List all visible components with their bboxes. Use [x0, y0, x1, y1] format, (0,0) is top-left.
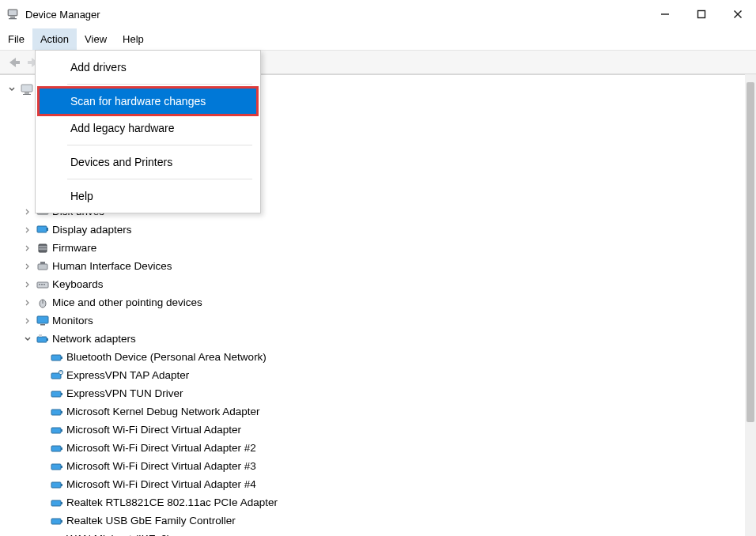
tree-label: WAN Miniport (IKEv2) — [66, 533, 171, 536]
mouse-icon — [36, 296, 49, 309]
expand-icon[interactable] — [22, 208, 33, 216]
svg-rect-22 — [38, 264, 47, 270]
svg-rect-45 — [51, 446, 61, 451]
tree-item-wan-ikev2[interactable]: WAN Miniport (IKEv2) — [5, 530, 756, 536]
computer-icon — [21, 83, 33, 96]
tree-label: Network adapters — [52, 333, 136, 345]
network-adapter-icon — [51, 387, 63, 400]
svg-rect-44 — [61, 429, 62, 432]
svg-rect-19 — [39, 244, 47, 252]
tree-label: ExpressVPN TAP Adapter — [66, 369, 189, 381]
svg-rect-36 — [61, 357, 62, 359]
tree-label: Realtek USB GbE Family Controller — [66, 515, 236, 527]
expand-icon[interactable] — [22, 226, 33, 234]
action-scan-hardware-changes[interactable]: Scan for hardware changes — [39, 88, 257, 115]
network-adapter-icon — [51, 515, 63, 527]
svg-rect-17 — [37, 226, 47, 232]
network-adapter-icon — [51, 369, 63, 382]
tree-category-firmware[interactable]: Firmware — [5, 239, 756, 257]
tree-label: Bluetooth Device (Personal Area Network) — [66, 351, 266, 363]
network-adapter-icon — [51, 424, 63, 436]
maximize-button[interactable] — [683, 2, 720, 27]
expand-icon[interactable] — [22, 281, 33, 289]
app-icon — [6, 8, 19, 21]
expand-icon[interactable] — [22, 299, 33, 307]
expand-icon[interactable] — [6, 85, 17, 93]
menu-action[interactable]: Action — [32, 28, 77, 50]
svg-rect-43 — [51, 428, 61, 433]
collapse-icon[interactable] — [22, 335, 33, 343]
expand-icon[interactable] — [22, 244, 33, 252]
svg-rect-32 — [37, 337, 47, 342]
tree-item-ms-wifi-direct[interactable]: Microsoft Wi-Fi Direct Virtual Adapter — [5, 421, 756, 439]
tree-category-hid[interactable]: Human Interface Devices — [5, 257, 756, 275]
menu-separator — [67, 84, 252, 85]
tree-label: Monitors — [52, 315, 93, 327]
network-adapter-icon — [36, 333, 49, 345]
tree-label: Firmware — [52, 242, 96, 254]
svg-rect-35 — [51, 355, 61, 360]
tree-item-ms-wifi-direct-3[interactable]: Microsoft Wi-Fi Direct Virtual Adapter #… — [5, 457, 756, 475]
tree-item-evpn-tap[interactable]: ExpressVPN TAP Adapter — [5, 366, 756, 384]
close-button[interactable] — [720, 2, 756, 27]
scrollbar-thumb[interactable] — [747, 82, 754, 422]
svg-rect-53 — [51, 519, 61, 524]
svg-rect-46 — [61, 447, 62, 450]
tree-category-keyboards[interactable]: Keyboards — [5, 275, 756, 293]
svg-rect-41 — [51, 410, 61, 415]
tree-item-realtek-gbe[interactable]: Realtek USB GbE Family Controller — [5, 511, 756, 530]
svg-rect-9 — [15, 61, 20, 64]
action-add-drivers[interactable]: Add drivers — [39, 54, 257, 81]
tree-label: Keyboards — [52, 278, 104, 290]
svg-rect-30 — [37, 316, 48, 323]
tree-label: Microsoft Wi-Fi Direct Virtual Adapter #… — [66, 478, 256, 490]
network-adapter-icon — [51, 533, 63, 537]
network-adapter-icon — [51, 406, 63, 418]
expand-icon[interactable] — [22, 262, 33, 270]
tree-item-ms-wifi-direct-2[interactable]: Microsoft Wi-Fi Direct Virtual Adapter #… — [5, 439, 756, 457]
tree-item-ms-wifi-direct-4[interactable]: Microsoft Wi-Fi Direct Virtual Adapter #… — [5, 475, 756, 493]
svg-rect-47 — [51, 464, 61, 470]
action-menu-dropdown: Add drivers Scan for hardware changes Ad… — [35, 50, 261, 213]
menu-view[interactable]: View — [77, 28, 115, 50]
tree-label: Human Interface Devices — [52, 260, 172, 272]
network-adapter-icon — [51, 442, 63, 455]
svg-rect-23 — [40, 262, 45, 264]
minimize-button[interactable] — [647, 2, 683, 27]
tree-item-evpn-tun[interactable]: ExpressVPN TUN Driver — [5, 384, 756, 402]
toolbar-back-button[interactable] — [3, 52, 24, 73]
tree-category-mice[interactable]: Mice and other pointing devices — [5, 293, 756, 311]
firmware-icon — [36, 242, 49, 255]
tree-label: Mice and other pointing devices — [52, 296, 202, 308]
network-adapter-icon — [51, 496, 63, 509]
tree-item-bt-pan[interactable]: Bluetooth Device (Personal Area Network) — [5, 348, 756, 366]
svg-rect-40 — [61, 393, 62, 395]
tree-category-display-adapters[interactable]: Display adapters — [5, 221, 756, 239]
svg-rect-13 — [25, 92, 29, 94]
hid-icon — [36, 260, 49, 273]
svg-rect-54 — [61, 520, 62, 523]
tree-label: Microsoft Wi-Fi Direct Virtual Adapter — [66, 424, 241, 436]
svg-rect-34 — [39, 334, 42, 337]
tree-category-network-adapters[interactable]: Network adapters — [5, 330, 756, 348]
menu-file[interactable]: File — [0, 28, 32, 50]
tree-category-monitors[interactable]: Monitors — [5, 311, 756, 330]
svg-rect-14 — [23, 94, 31, 95]
svg-rect-18 — [47, 228, 48, 231]
vertical-scrollbar[interactable] — [745, 74, 756, 536]
tree-label: Display adapters — [52, 224, 132, 236]
tree-label: Microsoft Wi-Fi Direct Virtual Adapter #… — [66, 460, 256, 472]
menu-separator — [67, 179, 252, 179]
menu-help[interactable]: Help — [115, 28, 152, 50]
svg-rect-49 — [51, 482, 61, 488]
tree-label: Microsoft Kernel Debug Network Adapter — [66, 406, 260, 417]
tree-item-realtek-wifi[interactable]: Realtek RTL8821CE 802.11ac PCIe Adapter — [5, 493, 756, 511]
svg-marker-8 — [9, 58, 16, 67]
tree-item-ms-kdnet[interactable]: Microsoft Kernel Debug Network Adapter — [5, 402, 756, 421]
action-devices-and-printers[interactable]: Devices and Printers — [39, 149, 257, 176]
display-adapter-icon — [36, 224, 49, 236]
action-add-legacy-hardware[interactable]: Add legacy hardware — [39, 115, 257, 142]
expand-icon[interactable] — [22, 317, 33, 325]
action-help[interactable]: Help — [39, 183, 257, 209]
keyboard-icon — [36, 278, 49, 291]
